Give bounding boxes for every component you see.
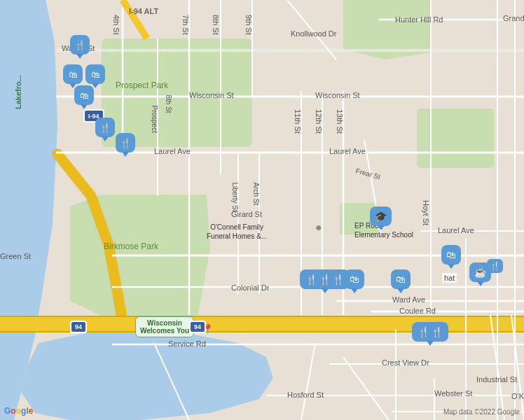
svg-line-40 [123, 0, 147, 38]
restaurant-cluster-icon[interactable]: 🍴🍴🍴 [300, 270, 350, 289]
restaurant-icon-3[interactable]: 🍴 [116, 133, 135, 153]
svg-line-38 [301, 343, 315, 420]
svg-rect-4 [0, 316, 524, 317]
school-icon[interactable]: 🎓 [370, 206, 392, 226]
shopping-icon-2[interactable]: 🛍 [85, 64, 105, 84]
shopping-icon-mid[interactable]: 🛍 [345, 270, 364, 289]
i94-left-badge: 94 [70, 321, 87, 333]
shopping-icon-right[interactable]: 🛍 [441, 245, 461, 265]
shopping-icon-1[interactable]: 🛍 [63, 64, 83, 84]
map-data-credit: Map data ©2022 Google [443, 408, 520, 416]
svg-line-37 [343, 357, 389, 420]
map-container[interactable]: Prospect Park Birkmose Park Lakefro... W… [0, 0, 524, 420]
restaurant-icon-1[interactable]: 🍴 [70, 35, 90, 55]
shopping-icon-3[interactable]: 🛍 [74, 85, 94, 105]
restaurant-icon-2[interactable]: 🍴 [95, 118, 115, 137]
restaurant-icon-right[interactable]: 🍴 [487, 259, 503, 273]
google-watermark: Google [4, 406, 33, 416]
wi-welcome-sign: Wisconsin Welcomes You [135, 316, 194, 337]
svg-rect-1 [417, 108, 494, 168]
i94-right-badge: 94 [189, 321, 206, 333]
shopping-icon-mid-2[interactable]: 🛍 [391, 270, 411, 289]
map-svg [0, 0, 524, 420]
hat-label: hat [442, 273, 457, 283]
oconnell-label: O'Connell FamilyFuneral Homes &... [207, 223, 267, 241]
restaurant-icon-bottom[interactable]: 🍴🍴 [412, 322, 448, 342]
oconnell-pin: ● [315, 221, 322, 234]
svg-rect-0 [102, 38, 252, 147]
